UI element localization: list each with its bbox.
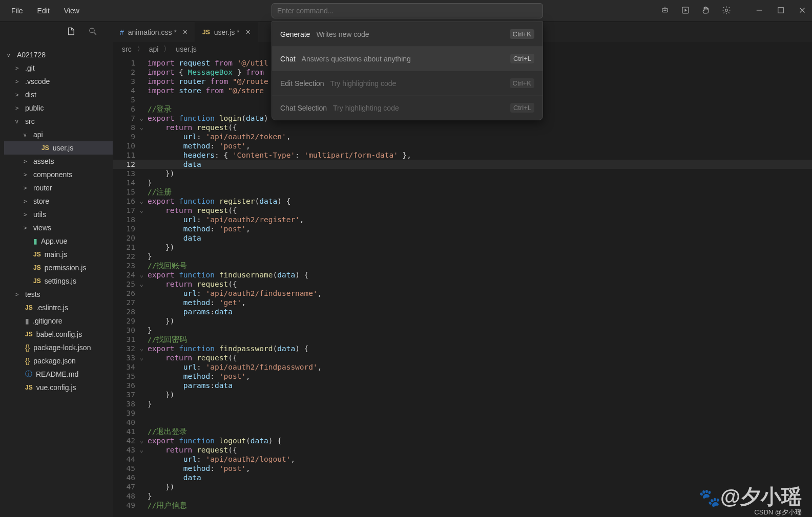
- explorer-item[interactable]: >dist: [4, 88, 113, 101]
- explorer-item[interactable]: ▮App.vue: [4, 234, 113, 248]
- explorer-item[interactable]: JSpermission.js: [4, 261, 113, 274]
- explorer-label: .git: [25, 64, 35, 72]
- chevron-icon: >: [15, 65, 22, 71]
- file-icon: JS: [25, 304, 33, 311]
- explorer-item[interactable]: >utils: [4, 208, 113, 221]
- explorer-label: user.js: [53, 144, 73, 152]
- explorer-label: .vscode: [25, 77, 50, 85]
- popup-item[interactable]: Chat Answers questions about anything Ct…: [272, 47, 543, 71]
- explorer-item[interactable]: >.vscode: [4, 75, 113, 88]
- popup-item[interactable]: Generate Writes new code Ctrl+K: [272, 22, 543, 47]
- explorer-item[interactable]: >router: [4, 181, 113, 195]
- chevron-icon: >: [15, 105, 22, 111]
- explorer-label: router: [33, 184, 52, 192]
- explorer-label: utils: [33, 210, 46, 219]
- explorer-item[interactable]: JSuser.js: [4, 141, 113, 155]
- menu-bar: File Edit View: [5, 5, 86, 17]
- explorer-label: store: [33, 197, 49, 205]
- editor-tab[interactable]: # animation.css * ×: [113, 22, 195, 42]
- chevron-icon: >: [24, 158, 30, 164]
- breadcrumb-item[interactable]: user.js: [176, 45, 196, 53]
- chevron-icon: >: [15, 78, 22, 84]
- explorer-item[interactable]: >tests: [4, 288, 113, 301]
- svg-point-2: [665, 10, 667, 11]
- popup-shortcut: Ctrl+L: [510, 54, 534, 63]
- explorer-item[interactable]: >components: [4, 168, 113, 181]
- maximize-icon[interactable]: [776, 6, 785, 16]
- file-icon: JS: [25, 384, 33, 391]
- explorer-item[interactable]: >store: [4, 195, 113, 208]
- explorer-item[interactable]: >views: [4, 221, 113, 234]
- chevron-icon: v: [15, 118, 22, 124]
- popup-title: Chat: [280, 55, 296, 63]
- explorer-item[interactable]: {}package-lock.json: [4, 341, 113, 354]
- file-icon: JS: [202, 29, 210, 36]
- search-icon[interactable]: [88, 27, 97, 37]
- tab-close-icon[interactable]: ×: [246, 28, 251, 37]
- gear-icon[interactable]: [722, 6, 731, 16]
- tab-close-icon[interactable]: ×: [183, 28, 188, 37]
- menu-view[interactable]: View: [58, 5, 86, 17]
- explorer-label: dist: [25, 91, 36, 99]
- explorer-label: views: [33, 224, 51, 232]
- popup-item: Edit Selection Try highlighting code Ctr…: [272, 71, 543, 96]
- popup-desc: Writes new code: [316, 30, 369, 38]
- chevron-down-icon: v: [7, 52, 13, 58]
- file-icon: ▮: [33, 237, 37, 245]
- explorer-label: vue.config.js: [36, 383, 76, 392]
- explorer-label: package.json: [33, 357, 76, 365]
- breadcrumb-item[interactable]: api: [149, 45, 159, 53]
- ai-icon[interactable]: [660, 6, 670, 16]
- file-icon: JS: [33, 264, 41, 271]
- popup-desc: Try highlighting code: [333, 104, 399, 112]
- popup-desc: Try highlighting code: [330, 79, 397, 88]
- menu-edit[interactable]: Edit: [31, 5, 56, 17]
- popup-item: Chat Selection Try highlighting code Ctr…: [272, 96, 543, 120]
- explorer-item[interactable]: >public: [4, 101, 113, 115]
- close-icon[interactable]: [798, 6, 807, 16]
- explorer-root[interactable]: v A021728: [4, 48, 113, 61]
- file-icon: JS: [41, 144, 49, 152]
- explorer-item[interactable]: JSsettings.js: [4, 274, 113, 288]
- chevron-icon: >: [24, 171, 30, 178]
- explorer-label: main.js: [45, 250, 67, 258]
- watermark: 🐾@夕小瑶: [699, 483, 802, 511]
- explorer-label: tests: [25, 290, 40, 298]
- command-input[interactable]: [272, 3, 543, 18]
- tab-label: animation.css *: [128, 28, 177, 36]
- popup-title: Generate: [280, 30, 310, 38]
- explorer-item[interactable]: >.git: [4, 61, 113, 75]
- run-icon[interactable]: [681, 6, 690, 16]
- file-icon: JS: [25, 331, 33, 338]
- popup-shortcut: Ctrl+K: [510, 78, 534, 88]
- explorer-label: components: [33, 170, 72, 179]
- explorer-item[interactable]: {}package.json: [4, 354, 113, 368]
- menu-file[interactable]: File: [5, 5, 29, 17]
- explorer-item[interactable]: vapi: [4, 128, 113, 141]
- explorer-item[interactable]: JSmain.js: [4, 248, 113, 261]
- minimize-icon[interactable]: [755, 6, 764, 16]
- chevron-icon: >: [24, 225, 30, 231]
- explorer-item[interactable]: >assets: [4, 155, 113, 168]
- editor-tab[interactable]: JS user.js * ×: [195, 22, 258, 42]
- hand-icon[interactable]: [701, 6, 711, 16]
- explorer-label: .eslintrc.js: [36, 304, 68, 312]
- chevron-icon: >: [24, 185, 30, 191]
- file-icon: ▮: [25, 317, 29, 325]
- breadcrumb-item[interactable]: src: [122, 45, 132, 53]
- file-icon: {}: [25, 357, 30, 365]
- code-content[interactable]: import request from '@/utilimport { Mess…: [142, 56, 812, 517]
- popup-title: Chat Selection: [280, 104, 327, 112]
- explorer-item[interactable]: JSvue.config.js: [4, 381, 113, 394]
- explorer-item[interactable]: ⓘREADME.md: [4, 368, 113, 381]
- explorer-files-icon[interactable]: [67, 27, 76, 37]
- line-gutter: 1234567891011121314151617181920212223242…: [113, 56, 142, 517]
- explorer-label: src: [25, 117, 35, 125]
- explorer-item[interactable]: ▮.gitignore: [4, 314, 113, 328]
- command-popup: Generate Writes new code Ctrl+KChat Answ…: [272, 21, 543, 120]
- explorer-item[interactable]: JS.eslintrc.js: [4, 301, 113, 314]
- chevron-icon: >: [24, 211, 30, 218]
- explorer-label: settings.js: [45, 277, 76, 285]
- explorer-item[interactable]: JSbabel.config.js: [4, 328, 113, 341]
- explorer-item[interactable]: vsrc: [4, 115, 113, 128]
